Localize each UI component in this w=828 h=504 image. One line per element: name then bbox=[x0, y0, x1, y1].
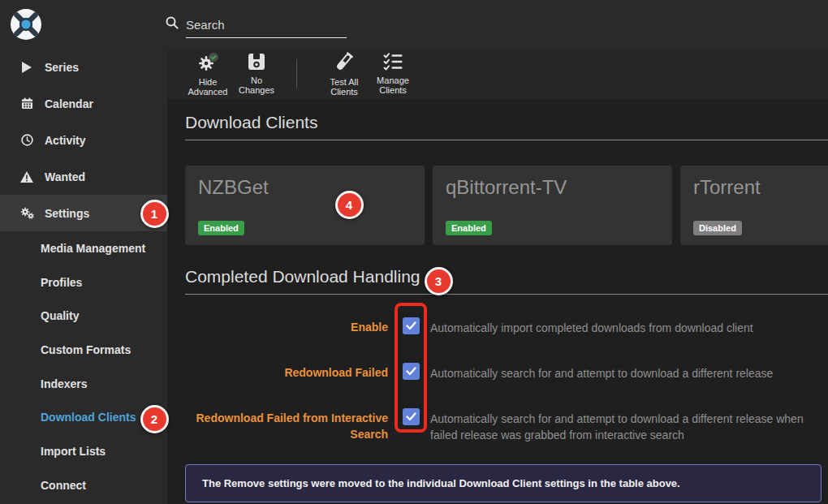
sidebar-subitem-label: Media Management bbox=[41, 242, 145, 255]
sidebar-item-label: Series bbox=[45, 61, 79, 74]
client-name: rTorrent bbox=[693, 176, 828, 199]
sidebar-item-calendar[interactable]: Calendar bbox=[0, 85, 167, 122]
settings-content: Download Clients NZBGet Enabled qBittorr… bbox=[167, 99, 828, 504]
test-all-clients-button[interactable]: Test All Clients bbox=[320, 51, 369, 97]
toolbar-button-label: Hide Advanced bbox=[183, 77, 232, 97]
hide-advanced-button[interactable]: Hide Advanced bbox=[183, 52, 232, 97]
sidebar-item-indexers[interactable]: Indexers bbox=[0, 367, 167, 401]
download-client-card-nzbget[interactable]: NZBGet Enabled bbox=[185, 166, 425, 245]
sidebar-item-import-lists[interactable]: Import Lists bbox=[0, 434, 167, 468]
list-check-icon bbox=[383, 53, 403, 72]
sidebar-item-series[interactable]: Series bbox=[0, 49, 167, 85]
download-clients-heading: Download Clients bbox=[185, 110, 828, 140]
redownload-failed-checkbox[interactable] bbox=[403, 363, 420, 380]
completed-download-handling-heading: Completed Download Handling bbox=[185, 265, 828, 295]
setting-label: Enable bbox=[185, 317, 388, 335]
setting-label: Redownload Failed bbox=[185, 363, 388, 381]
form-row-redownload-failed: Redownload Failed Automatically search f… bbox=[185, 363, 828, 381]
sidebar-item-activity[interactable]: Activity bbox=[0, 122, 167, 158]
advanced-gear-check-icon bbox=[197, 52, 219, 74]
sidebar-item-label: Settings bbox=[45, 207, 89, 220]
enable-checkbox[interactable] bbox=[403, 317, 420, 334]
sidebar-item-custom-formats[interactable]: Custom Formats bbox=[0, 333, 167, 367]
download-client-card-rtorrent[interactable]: rTorrent Disabled bbox=[680, 166, 828, 245]
sidebar-item-label: Calendar bbox=[45, 97, 93, 110]
download-client-card-qbittorrent-tv[interactable]: qBittorrent-TV Enabled bbox=[433, 166, 672, 245]
sidebar-subitem-label: Profiles bbox=[41, 276, 82, 289]
help-text: Automatically import completed downloads… bbox=[430, 317, 753, 336]
sidebar-subitem-label: Download Clients bbox=[41, 411, 136, 424]
search-icon bbox=[166, 16, 179, 38]
download-client-cards: NZBGet Enabled qBittorrent-TV Enabled rT… bbox=[185, 166, 828, 245]
sidebar: Series Calendar Activity bbox=[0, 49, 167, 504]
sidebar-item-quality[interactable]: Quality bbox=[0, 299, 167, 333]
sidebar-subitem-label: Custom Formats bbox=[41, 343, 131, 356]
sidebar-item-media-management[interactable]: Media Management bbox=[0, 231, 167, 265]
sidebar-item-label: Activity bbox=[45, 134, 86, 147]
search-bar bbox=[166, 16, 347, 38]
sidebar-subitem-label: Quality bbox=[41, 309, 79, 322]
warning-triangle-icon bbox=[19, 171, 34, 183]
status-badge: Enabled bbox=[446, 221, 492, 235]
toolbar-button-label: Test All Clients bbox=[320, 77, 369, 97]
remove-settings-notice: The Remove settings were moved to the in… bbox=[185, 464, 822, 502]
sidebar-subitem-label: Indexers bbox=[41, 377, 88, 390]
form-row-redownload-failed-interactive: Redownload Failed from Interactive Searc… bbox=[185, 408, 828, 443]
sidebar-item-profiles[interactable]: Profiles bbox=[0, 265, 167, 299]
status-badge: Disabled bbox=[693, 221, 742, 235]
top-bar bbox=[0, 0, 828, 49]
sidebar-item-wanted[interactable]: Wanted bbox=[0, 158, 167, 195]
toolbar-button-label: Manage Clients bbox=[369, 75, 417, 95]
gears-icon bbox=[19, 207, 34, 219]
completed-download-handling-form: Enable Automatically import completed do… bbox=[185, 317, 828, 443]
help-text: Automatically search for and attempt to … bbox=[430, 363, 773, 381]
floppy-save-icon bbox=[248, 53, 265, 72]
client-name: qBittorrent-TV bbox=[446, 176, 659, 199]
client-name: NZBGet bbox=[198, 176, 412, 199]
redownload-failed-interactive-checkbox[interactable] bbox=[403, 408, 420, 425]
page-toolbar: Hide Advanced No Changes Test All Clien bbox=[167, 49, 828, 99]
sonarr-logo[interactable] bbox=[10, 8, 42, 41]
save-changes-button[interactable]: No Changes bbox=[232, 53, 281, 95]
play-icon bbox=[19, 62, 34, 73]
toolbar-separator bbox=[296, 59, 297, 88]
sidebar-subitem-label: Connect bbox=[41, 479, 86, 492]
sidebar-item-label: Wanted bbox=[45, 170, 85, 183]
manage-clients-button[interactable]: Manage Clients bbox=[369, 53, 417, 95]
sidebar-item-settings[interactable]: Settings bbox=[0, 195, 167, 231]
clock-icon bbox=[19, 134, 34, 146]
status-badge: Enabled bbox=[198, 221, 244, 235]
sidebar-subitem-label: Import Lists bbox=[41, 445, 106, 458]
toolbar-button-label: No Changes bbox=[232, 75, 281, 95]
sidebar-item-download-clients[interactable]: Download Clients bbox=[0, 400, 167, 434]
calendar-icon bbox=[19, 97, 34, 110]
help-text: Automatically search for and attempt to … bbox=[430, 408, 812, 443]
sidebar-item-connect[interactable]: Connect bbox=[0, 468, 167, 502]
search-input[interactable] bbox=[186, 16, 347, 38]
form-row-enable: Enable Automatically import completed do… bbox=[185, 317, 828, 336]
setting-label: Redownload Failed from Interactive Searc… bbox=[185, 408, 388, 442]
test-tube-icon bbox=[334, 51, 355, 74]
